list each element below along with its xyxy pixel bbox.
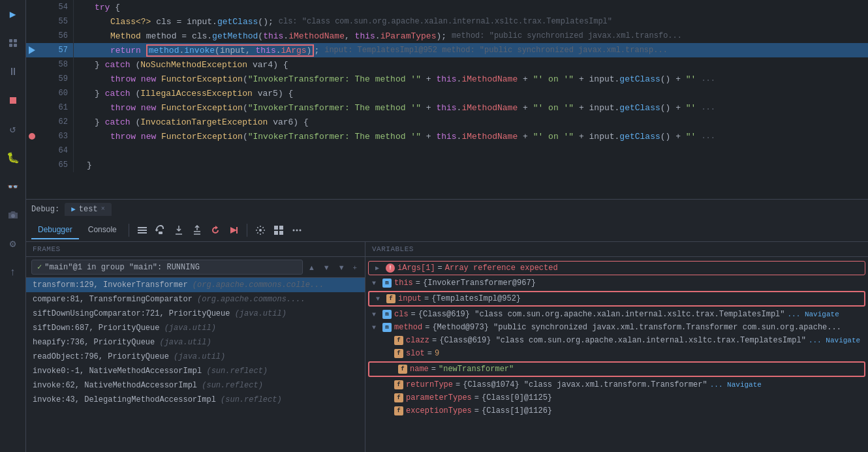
line-content-61: throw new FunctorException("InvokerTrans… xyxy=(74,100,868,115)
line-content-56: Method method = cls.getMethod(this.iMeth… xyxy=(74,29,868,43)
line-number-54: 54 xyxy=(38,0,74,14)
side-icon-pause[interactable]: ⏸ xyxy=(4,63,22,81)
toolbar-btn-threads[interactable] xyxy=(134,222,150,238)
code-line-55: 55 Class<?> cls = input.getClass(); cls:… xyxy=(26,14,868,29)
toolbar-btn-more[interactable] xyxy=(289,222,305,238)
gutter-icon-64 xyxy=(26,143,38,158)
frame-item-8[interactable]: invoke:43, DelegatingMethodAccessorImpl … xyxy=(26,393,365,407)
var-icon-paramtypes: f xyxy=(394,393,403,402)
thread-add-btn[interactable]: + xyxy=(350,262,360,273)
side-icon-update[interactable]: ↑ xyxy=(4,264,22,282)
var-nav-clazz[interactable]: ... Navigate xyxy=(809,337,860,344)
side-icon-panel: ▶ ⏸ ⏹ ↺ 🐛 👓 ⚙ ↑ xyxy=(0,0,26,452)
variables-header: Variables xyxy=(365,242,868,257)
tab-console[interactable]: Console xyxy=(82,221,123,239)
var-item-exctypes[interactable]: f exceptionTypes = {Class[1]@1126} xyxy=(365,404,868,417)
var-name-iargs: iArgs[1] xyxy=(397,264,435,273)
thread-up-btn[interactable]: ▲ xyxy=(305,262,318,273)
frame-name-7: invoke:62, NativeMethodAccessorImpl (sun… xyxy=(33,381,263,390)
line-number-62: 62 xyxy=(38,115,74,129)
var-item-input[interactable]: ▼ f input = {TemplatesImpl@952} xyxy=(368,291,865,307)
var-value-paramtypes: {Class[0]@1125} xyxy=(482,393,552,402)
frame-item-7[interactable]: invoke:62, NativeMethodAccessorImpl (sun… xyxy=(26,378,365,393)
gutter-icon-65 xyxy=(26,158,38,172)
var-value-clazz: {Class@619} "class com.sun.org.apache.xa… xyxy=(439,336,806,345)
toolbar-btn-step-over[interactable] xyxy=(153,222,168,238)
side-icon-debug[interactable]: 🐛 xyxy=(4,149,22,167)
var-item-method[interactable]: ▼ m method = {Method@973} "public synchr… xyxy=(365,321,868,334)
code-line-56: 56 Method method = cls.getMethod(this.iM… xyxy=(26,29,868,43)
thread-filter-btn[interactable]: ▼ xyxy=(335,262,348,273)
frame-name-6: invoke0:-1, NativeMethodAccessorImpl (su… xyxy=(33,367,268,376)
code-line-54: 54 try { xyxy=(26,0,868,14)
frame-item-4[interactable]: heapify:736, PriorityQueue (java.util) xyxy=(26,335,365,350)
code-line-62: 62 } catch (InvocationTargetException va… xyxy=(26,115,868,129)
svg-rect-5 xyxy=(138,227,147,228)
var-item-cls[interactable]: ▼ m cls = {Class@619} "class com.sun.org… xyxy=(365,308,868,321)
svg-rect-6 xyxy=(138,230,147,231)
svg-point-10 xyxy=(259,229,262,232)
gutter-icon-57 xyxy=(26,43,38,57)
thread-select[interactable]: ✓ "main"@1 in group "main": RUNNING xyxy=(31,260,303,275)
toolbar-btn-step-into[interactable] xyxy=(171,222,187,238)
var-icon-returntype: f xyxy=(394,380,403,389)
thread-label: "main"@1 in group "main": RUNNING xyxy=(44,263,200,272)
thread-down-btn[interactable]: ▼ xyxy=(320,262,333,273)
side-icon-stop[interactable]: ⏹ xyxy=(4,91,22,110)
gutter-icon-55 xyxy=(26,14,38,29)
svg-rect-7 xyxy=(138,232,147,234)
var-icon-this: m xyxy=(382,279,392,288)
debug-tab[interactable]: ▶ test × xyxy=(65,203,111,216)
toolbar-btn-rerun[interactable] xyxy=(208,222,223,238)
line-number-56: 56 xyxy=(38,29,74,43)
var-name-exctypes: exceptionTypes xyxy=(406,406,472,415)
var-name-clazz: clazz xyxy=(406,336,429,345)
frame-name-2: siftDownUsingComparator:721, PriorityQue… xyxy=(33,309,287,318)
var-item-returntype[interactable]: f returnType = {Class@1074} "class javax… xyxy=(365,378,868,391)
debug-label: Debug: xyxy=(31,205,59,214)
frame-item-3[interactable]: siftDown:687, PriorityQueue (java.util) xyxy=(26,321,365,335)
toolbar-btn-settings[interactable] xyxy=(253,222,268,238)
toolbar-btn-layout[interactable] xyxy=(271,222,287,238)
frame-item-0[interactable]: transform:129, InvokerTransformer (org.a… xyxy=(26,278,365,292)
debug-tab-close[interactable]: × xyxy=(101,205,105,213)
var-expand-this: ▼ xyxy=(372,280,380,287)
frame-item-2[interactable]: siftDownUsingComparator:721, PriorityQue… xyxy=(26,307,365,321)
svg-rect-2 xyxy=(14,39,17,42)
var-item-paramtypes[interactable]: f parameterTypes = {Class[0]@1125} xyxy=(365,391,868,404)
gutter-icon-56 xyxy=(26,29,38,43)
toolbar-sep-1 xyxy=(129,224,129,237)
var-nav-cls[interactable]: ... Navigate xyxy=(788,310,839,318)
line-number-61: 61 xyxy=(38,100,74,115)
side-icon-settings[interactable]: ⚙ xyxy=(4,235,22,253)
side-icon-rerun[interactable]: ↺ xyxy=(4,120,22,138)
toolbar-btn-stop[interactable] xyxy=(226,222,241,238)
variables-list: ▶ ! iArgs[1] = Array reference expected … xyxy=(365,257,868,452)
var-value-cls: {Class@619} "class com.sun.org.apache.xa… xyxy=(418,310,785,319)
svg-rect-3 xyxy=(14,44,17,47)
var-value-slot: 9 xyxy=(435,349,439,358)
debug-tab-icon: ▶ xyxy=(71,205,76,213)
var-item-this[interactable]: ▼ m this = {InvokerTransformer@967} xyxy=(365,277,868,290)
var-nav-returntype[interactable]: ... Navigate xyxy=(710,381,762,389)
toolbar-btn-step-out[interactable] xyxy=(189,222,205,238)
side-icon-play[interactable]: ▶ xyxy=(4,5,22,23)
gutter-icon-60 xyxy=(26,86,38,100)
frame-item-6[interactable]: invoke0:-1, NativeMethodAccessorImpl (su… xyxy=(26,364,365,378)
var-item-slot[interactable]: f slot = 9 xyxy=(365,347,868,360)
line-content-58: } catch (NoSuchMethodException var4) { xyxy=(74,57,868,72)
side-icon-glasses[interactable]: 👓 xyxy=(4,177,22,196)
frame-name-1: compare:81, TransformingComparator (org.… xyxy=(33,295,305,304)
frame-item-5[interactable]: readObject:796, PriorityQueue (java.util… xyxy=(26,350,365,364)
var-name-slot: slot xyxy=(406,349,425,358)
svg-rect-0 xyxy=(9,39,12,42)
frame-item-1[interactable]: compare:81, TransformingComparator (org.… xyxy=(26,292,365,307)
side-icon-step[interactable] xyxy=(4,34,22,52)
var-item-clazz[interactable]: f clazz = {Class@619} "class com.sun.org… xyxy=(365,334,868,347)
code-editor: 54 try { 55 Class<?> cls = input.getClas… xyxy=(26,0,868,199)
var-item-iargs[interactable]: ▶ ! iArgs[1] = Array reference expected xyxy=(368,261,865,275)
frame-name-5: readObject:796, PriorityQueue (java.util… xyxy=(33,352,225,361)
side-icon-camera[interactable] xyxy=(4,206,22,224)
var-item-name[interactable]: f name = "newTransformer" xyxy=(368,361,865,377)
tab-debugger[interactable]: Debugger xyxy=(31,221,79,239)
